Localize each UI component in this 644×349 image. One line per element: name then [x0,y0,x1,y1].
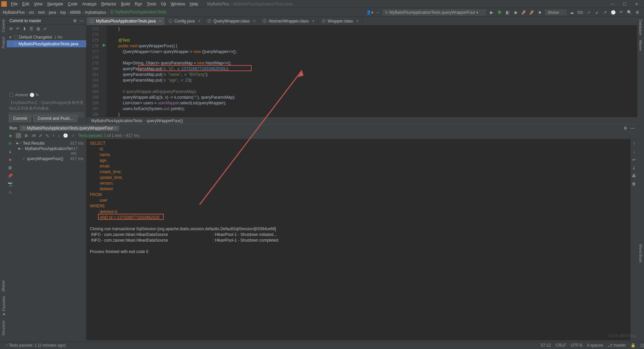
sort-icon[interactable]: ↕≡ [31,133,36,138]
gutter-icons[interactable]: ▶ [101,26,107,117]
scroll-icon[interactable]: ⤓ [632,165,636,170]
indent[interactable]: 4 spaces [587,343,603,348]
more-icon[interactable]: ♨ [8,190,12,194]
editor-tab[interactable]: ⓙConfig.java× [165,17,204,25]
next-icon[interactable]: ↓ [58,133,60,138]
profile-button[interactable]: ◉ [513,10,518,15]
git-update-icon[interactable]: ↙ [594,10,600,15]
console-output[interactable]: SELECT id, name, age, email, create_time… [87,139,631,340]
settings-icon[interactable]: ⚙ [635,10,640,15]
menu-tools[interactable]: Tools [145,2,159,6]
prev-icon[interactable]: ↑ [52,133,54,138]
jrebel-run-icon[interactable]: 🚀 [521,10,526,15]
close-icon[interactable]: × [356,19,359,23]
git-history-icon[interactable]: 🕘 [610,10,616,15]
clear-icon[interactable]: 🗑 [632,182,636,186]
close-icon[interactable]: × [159,19,161,23]
menu-build[interactable]: Build [119,2,132,6]
close-icon[interactable]: × [253,19,256,23]
amend-checkbox[interactable]: Amend🕘 ✎ [9,93,39,97]
git-push-icon[interactable]: ↗ [602,10,608,15]
collapse-icon[interactable]: ⤡ [46,133,49,138]
rerun-icon[interactable]: ⟳ [8,141,12,146]
group-icon[interactable]: ⊞ [37,27,40,31]
right-tab-maven[interactable]: Maven [639,40,643,51]
refresh-icon[interactable]: ⟳ [9,27,13,31]
menu-window[interactable]: Window [168,2,187,6]
rollback-icon[interactable]: ↶ [16,27,19,31]
menu-navigate[interactable]: Navigate [45,2,65,6]
gear-icon[interactable]: ⚙ [624,126,627,131]
toggle-ignored-icon[interactable]: ⊘ [24,133,28,138]
editor-tab[interactable]: ⓙMyBatisPlusApplicationTests.java× [87,17,165,25]
debug-button[interactable]: 🪲 [497,10,502,15]
minimize-icon[interactable]: — [79,18,84,23]
minimize-icon[interactable]: — [631,126,635,131]
structure-breadcrumb[interactable]: MyBatisPlusApplicationTests›queryWrapper… [87,117,637,124]
breadcrumb[interactable]: top [60,10,66,15]
up-icon[interactable]: ↑ [633,141,635,146]
menu-view[interactable]: View [32,2,45,6]
breadcrumb[interactable]: java [49,10,56,15]
layout-icon[interactable]: ⊞ [8,165,12,170]
line-sep[interactable]: CRLF [556,343,566,348]
left-tab-structure[interactable]: Structure [1,320,5,336]
changed-file-row[interactable]: ⓙ MyBatisPlusApplicationTests.javaD:\De [7,40,86,47]
expand-icon[interactable]: ⤢ [39,133,42,138]
editor-tab[interactable]: ⓒAbstractWrapper.class× [259,17,318,25]
menu-git[interactable]: Git [159,2,168,6]
commit-push-button[interactable]: Commit and Push... [33,115,77,122]
code-editor[interactable]: } @Test public void queryWrapperFour() {… [107,26,637,117]
run-button[interactable]: ▶ [489,10,494,15]
back-icon[interactable]: ← [376,10,380,15]
wrap-icon[interactable]: ↩ [632,157,636,162]
git-rollback-icon[interactable]: ↶ [619,10,624,15]
breadcrumb[interactable]: ⓒ MyBatisPlusApplicationTests [110,9,166,15]
snapshot-icon[interactable]: 📷 [8,182,13,186]
commit-button[interactable]: Commit [9,115,31,122]
jrebel-debug-icon[interactable]: 🚀 [529,10,534,15]
breadcrumb[interactable]: src [29,10,34,15]
menu-help[interactable]: Help [187,2,201,6]
editor-tab[interactable]: ⓒQueryWrapper.class× [204,17,259,25]
menu-file[interactable]: File [9,2,20,6]
left-tab-favorites[interactable]: ★ Favorites [1,296,6,316]
breadcrumb[interactable]: mybatisplus [85,10,106,15]
menu-run[interactable]: Run [132,2,145,6]
left-tab-jrebel[interactable]: JRebel [1,281,5,292]
jrebel-settings-icon[interactable]: ☁ [569,10,575,15]
close-button[interactable]: ✕ [631,2,643,6]
test-tree[interactable]: ▾ ✓Test Results817 ms ▾ ✓MyBatisPlusAppl… [13,139,87,340]
menu-code[interactable]: Code [65,2,80,6]
expand-icon[interactable]: ⤢ [43,27,47,31]
close-icon[interactable]: × [312,19,315,23]
editor-tab[interactable]: ⓒWrapper.class× [318,17,363,25]
lock-icon[interactable]: 🔒 [631,343,636,348]
down-icon[interactable]: ↓ [633,149,635,154]
breadcrumb[interactable]: MyBatisPlus [3,10,25,15]
print-icon[interactable]: 🖶 [632,173,636,178]
left-tab-project[interactable]: Project [1,37,5,48]
users-icon[interactable]: 👤▾ [366,10,373,15]
changelist-row[interactable]: ▾ Default Changelist1 file [7,34,86,40]
close-icon[interactable]: × [198,19,200,23]
rerun-button[interactable]: ▶ [9,133,12,138]
coverage-button[interactable]: ◧ [505,10,510,15]
diff-icon[interactable]: ⬍ [23,27,26,31]
export-icon[interactable]: 🕘 [63,133,68,138]
jrebel-selector[interactable]: JRebel [545,10,567,15]
menu-edit[interactable]: Edit [20,2,32,6]
right-tab-wordbook[interactable]: Word Book [639,244,643,262]
breadcrumb[interactable]: test [38,10,45,15]
left-tab-commit[interactable]: Commit [1,19,5,32]
toggle-icon[interactable]: ⤓ [8,149,12,154]
menu-analyze[interactable]: Analyze [80,2,99,6]
search-icon[interactable]: 🔍 [627,10,632,15]
stop-icon[interactable]: ■ [9,157,11,162]
memory-icon[interactable]: ◫ [640,343,644,348]
stop-button[interactable]: ■ [537,10,542,15]
minimize-button[interactable]: — [606,2,619,6]
git-branch[interactable]: ⎇ master [608,343,626,348]
menu-refactor[interactable]: Refactor [99,2,119,6]
changelist-icon[interactable]: ☰ [30,27,33,31]
